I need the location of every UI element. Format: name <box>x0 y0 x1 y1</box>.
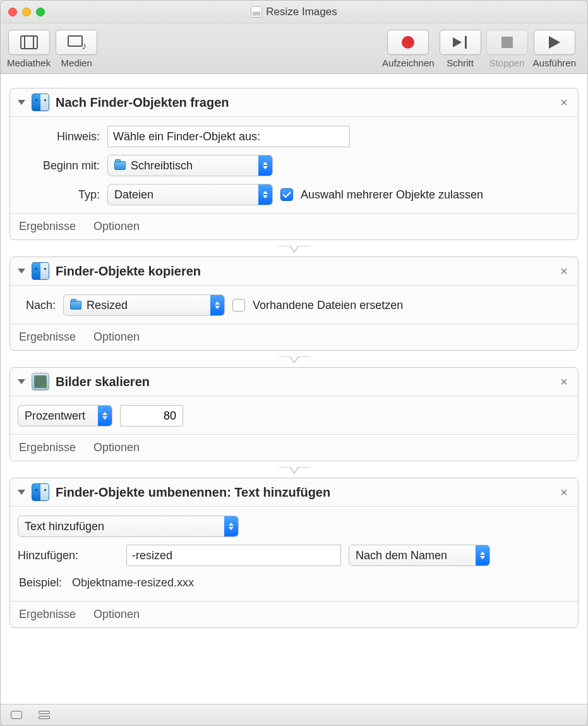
stacked-pane-icon <box>39 711 50 719</box>
titlebar: Resize Images <box>1 1 587 23</box>
action-copy-finder-items: Finder-Objekte kopieren × Nach: Resized … <box>9 257 579 351</box>
options-button[interactable]: Optionen <box>93 608 140 621</box>
action-scale-images: Bilder skalieren × Prozentwert Ergebniss… <box>9 367 579 461</box>
record-label: Aufzeichnen <box>382 57 435 68</box>
replace-checkbox[interactable] <box>232 299 245 312</box>
library-label: Mediathek <box>7 57 51 68</box>
results-button[interactable]: Ergebnisse <box>19 441 76 454</box>
finder-icon <box>32 94 49 111</box>
folder-icon <box>70 301 81 310</box>
workflow-area[interactable]: Nach Finder-Objekten fragen × Hinweis: B… <box>1 74 587 704</box>
step-label: Schritt <box>447 57 474 68</box>
hint-input[interactable] <box>107 126 350 147</box>
media-label: Medien <box>61 57 92 68</box>
updown-icon <box>476 545 489 566</box>
results-button[interactable]: Ergebnisse <box>19 220 76 233</box>
start-popup[interactable]: Schreibtisch <box>107 155 273 176</box>
action-title: Nach Finder-Objekten fragen <box>56 95 551 110</box>
results-button[interactable]: Ergebnisse <box>19 608 76 621</box>
connector-icon <box>279 246 310 257</box>
action-title: Finder-Objekte umbenennen: Text hinzufüg… <box>56 485 551 500</box>
library-button[interactable] <box>8 30 50 55</box>
updown-icon <box>224 516 238 536</box>
options-button[interactable]: Optionen <box>93 220 140 233</box>
scale-mode-popup[interactable]: Prozentwert <box>18 405 112 427</box>
minimize-window-button[interactable] <box>22 8 31 16</box>
traffic-lights <box>8 8 45 16</box>
type-label: Typ: <box>18 188 100 202</box>
start-value: Schreibtisch <box>131 159 251 172</box>
action-rename-finder-items: Finder-Objekte umbenennen: Text hinzufüg… <box>9 478 579 628</box>
rename-mode-value: Text hinzufügen <box>25 520 217 533</box>
document-icon <box>251 6 262 18</box>
action-title: Bilder skalieren <box>56 375 551 389</box>
disclosure-triangle-icon[interactable] <box>18 269 25 274</box>
window-title: Resize Images <box>1 6 587 18</box>
action-header[interactable]: Finder-Objekte umbenennen: Text hinzufüg… <box>10 478 578 507</box>
start-label: Beginn mit: <box>18 159 100 172</box>
scale-mode-value: Prozentwert <box>25 409 90 423</box>
workflow-view-button[interactable] <box>37 710 51 721</box>
log-view-button[interactable] <box>9 710 23 721</box>
to-label: Nach: <box>18 299 56 312</box>
results-button[interactable]: Ergebnisse <box>19 330 76 344</box>
add-label: Hinzufügen: <box>18 549 119 562</box>
action-header[interactable]: Bilder skalieren × <box>10 368 578 396</box>
allow-multiple-checkbox[interactable] <box>280 188 293 201</box>
action-header[interactable]: Nach Finder-Objekten fragen × <box>10 88 578 117</box>
window: Resize Images Mediathek Medien Aufzeichn… <box>0 0 588 726</box>
action-title: Finder-Objekte kopieren <box>56 264 551 279</box>
options-button[interactable]: Optionen <box>93 441 140 454</box>
scale-amount-input[interactable] <box>120 405 183 427</box>
folder-icon <box>114 161 126 170</box>
updown-icon <box>258 155 272 176</box>
action-header[interactable]: Finder-Objekte kopieren × <box>10 257 578 286</box>
connector-icon <box>279 467 310 478</box>
step-button[interactable] <box>440 30 481 55</box>
close-icon[interactable]: × <box>558 95 570 110</box>
record-icon <box>402 36 414 49</box>
close-icon[interactable]: × <box>558 375 570 389</box>
run-label: Ausführen <box>533 57 576 68</box>
media-button[interactable] <box>56 30 97 55</box>
disclosure-triangle-icon[interactable] <box>18 379 25 384</box>
updown-icon <box>258 185 272 205</box>
close-icon[interactable]: × <box>558 485 570 500</box>
library-icon <box>20 35 38 49</box>
position-value: Nach dem Namen <box>356 549 468 562</box>
zoom-window-button[interactable] <box>36 8 45 16</box>
play-icon <box>549 36 560 49</box>
connector-icon <box>279 356 310 368</box>
type-value: Dateien <box>114 188 251 202</box>
destination-popup[interactable]: Resized <box>63 294 225 316</box>
position-popup[interactable]: Nach dem Namen <box>349 545 490 566</box>
disclosure-triangle-icon[interactable] <box>18 100 25 105</box>
preview-icon <box>32 373 49 390</box>
example-value: Objektname-resized.xxx <box>72 576 194 590</box>
stop-button <box>486 30 528 55</box>
updown-icon <box>98 406 112 426</box>
close-window-button[interactable] <box>8 8 17 16</box>
stop-icon <box>501 37 513 48</box>
allow-multiple-label: Auswahl mehrerer Objekte zulassen <box>301 188 483 202</box>
updown-icon <box>210 295 224 315</box>
rename-mode-popup[interactable]: Text hinzufügen <box>18 516 239 537</box>
single-pane-icon <box>11 711 22 719</box>
type-popup[interactable]: Dateien <box>107 184 273 205</box>
media-icon <box>68 35 85 49</box>
close-icon[interactable]: × <box>558 264 570 279</box>
replace-label: Vorhandene Dateien ersetzen <box>253 299 403 312</box>
record-button[interactable] <box>387 30 429 55</box>
step-icon <box>453 36 468 49</box>
destination-value: Resized <box>87 299 203 312</box>
finder-icon <box>32 483 49 501</box>
action-ask-finder-items: Nach Finder-Objekten fragen × Hinweis: B… <box>9 88 579 240</box>
window-title-text: Resize Images <box>266 6 337 18</box>
example-label: Beispiel: <box>19 576 62 590</box>
status-bar <box>1 704 587 725</box>
options-button[interactable]: Optionen <box>93 330 140 344</box>
disclosure-triangle-icon[interactable] <box>18 490 25 495</box>
add-text-input[interactable] <box>126 545 341 566</box>
hint-label: Hinweis: <box>18 130 100 143</box>
run-button[interactable] <box>534 30 575 55</box>
